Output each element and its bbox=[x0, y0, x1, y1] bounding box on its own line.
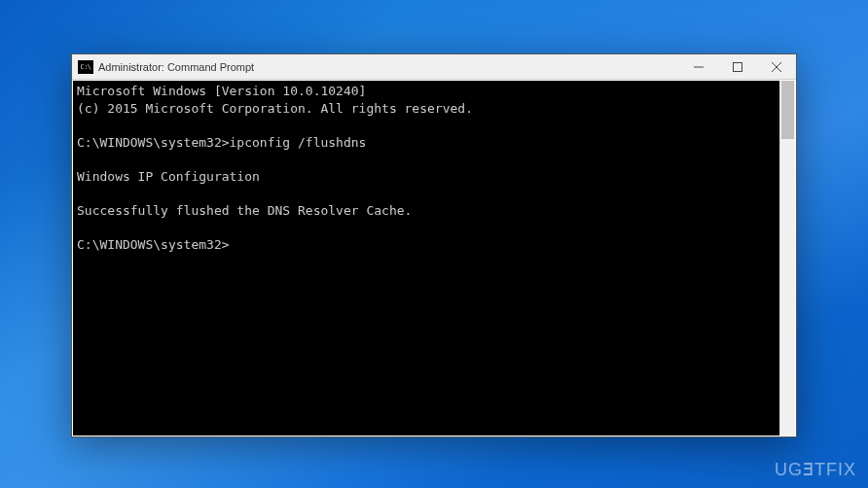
minimize-icon bbox=[694, 62, 704, 72]
watermark-text: UGƎTFIX bbox=[775, 459, 856, 480]
console-client-area: Microsoft Windows [Version 10.0.10240] (… bbox=[72, 80, 796, 436]
scrollbar-thumb[interactable] bbox=[781, 81, 794, 139]
svg-rect-1 bbox=[734, 62, 742, 71]
close-button[interactable] bbox=[757, 54, 796, 79]
titlebar[interactable]: C:\ Administrator: Command Prompt bbox=[72, 54, 796, 80]
maximize-button[interactable] bbox=[718, 54, 757, 79]
window-title: Administrator: Command Prompt bbox=[98, 61, 679, 73]
command-prompt-window: C:\ Administrator: Command Prompt Micros… bbox=[71, 53, 797, 437]
close-icon bbox=[772, 62, 781, 72]
minimize-button[interactable] bbox=[679, 54, 718, 79]
window-controls bbox=[679, 54, 796, 79]
maximize-icon bbox=[733, 62, 742, 72]
console-output[interactable]: Microsoft Windows [Version 10.0.10240] (… bbox=[73, 81, 779, 436]
cmd-icon: C:\ bbox=[78, 60, 93, 74]
vertical-scrollbar[interactable] bbox=[779, 81, 795, 436]
